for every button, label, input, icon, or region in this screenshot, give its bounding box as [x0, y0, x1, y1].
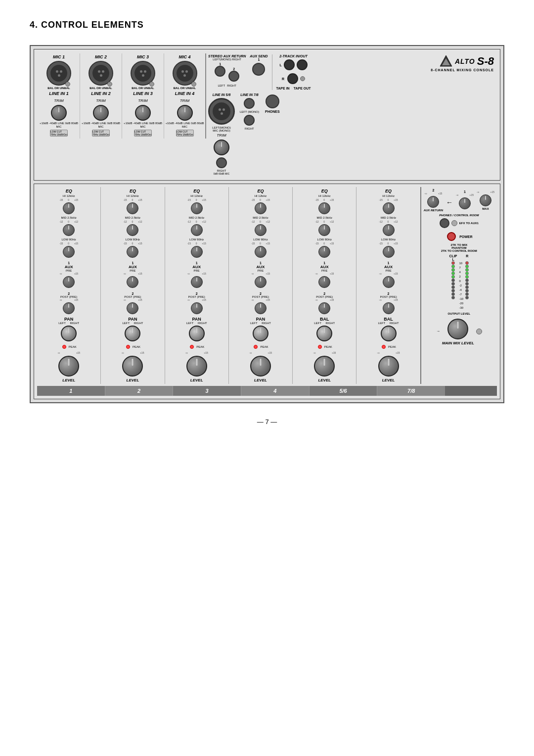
- vu-r-2: [465, 272, 469, 275]
- hi-knob-ch56-ctrl[interactable]: [318, 202, 330, 214]
- aux1-knob-ch2[interactable]: [127, 276, 138, 288]
- aux2-label-ch1: 2: [68, 292, 70, 295]
- aux1-knob-ch1[interactable]: [63, 276, 75, 288]
- hi-knob-ch2-ctrl[interactable]: [127, 202, 138, 214]
- low-knob-ch2-ctrl[interactable]: [127, 246, 138, 258]
- aux1-m-scale: -∞+15: [456, 193, 474, 196]
- pan-knob-ch4[interactable]: [253, 326, 268, 341]
- level-knob-ch3[interactable]: [186, 356, 207, 377]
- mid-knob-ch1-ctrl[interactable]: [63, 224, 75, 236]
- max-knob[interactable]: [480, 194, 491, 206]
- aux1-return-knob[interactable]: [459, 197, 471, 209]
- low-knob-ch1-ctrl[interactable]: [63, 246, 75, 258]
- trim-knob-56[interactable]: [214, 140, 229, 155]
- power-button[interactable]: [447, 232, 456, 241]
- aux1-knob-ch4[interactable]: [255, 276, 267, 288]
- level-knob-ch4[interactable]: [250, 356, 271, 377]
- channel-col-2: MIC 2: [80, 53, 122, 139]
- trim-knob-3[interactable]: [135, 105, 151, 121]
- trim-knob-4[interactable]: [177, 105, 193, 121]
- line-in-78-jack2: [244, 115, 255, 126]
- trim-knob-2[interactable]: [93, 105, 109, 121]
- aux2-knob-ch4[interactable]: [255, 302, 267, 314]
- eq-label-ch2: EQ: [130, 189, 136, 193]
- hi-knob-ch3-ctrl[interactable]: [191, 202, 203, 214]
- level-knob-ch2[interactable]: [122, 356, 143, 377]
- level-knob-ch1[interactable]: [58, 356, 79, 377]
- aux2-knob-ch2[interactable]: [127, 302, 138, 314]
- main-mix-button[interactable]: [476, 329, 482, 334]
- xlr-clip-4: [191, 82, 196, 87]
- aux2-scale-ch78: -∞+15: [379, 298, 398, 301]
- max-label: MAX: [482, 207, 489, 210]
- main-mix-knob[interactable]: [447, 319, 468, 339]
- bal-knob-ch56[interactable]: [316, 326, 332, 341]
- aux2-knob-ch1[interactable]: [63, 302, 75, 314]
- mic1-xlr: [46, 61, 71, 86]
- hi-knob-ch4-ctrl[interactable]: [255, 202, 267, 214]
- mid-knob-ch4-ctrl[interactable]: [255, 224, 267, 236]
- aux1-knob-ch56[interactable]: [318, 276, 330, 288]
- low-cut-switch-3[interactable]: LOW CUT 75Hz 18dB/Oct: [134, 130, 152, 137]
- low-knob-ch56-ctrl[interactable]: [318, 246, 330, 258]
- aux2-label-ch4: 2: [260, 292, 262, 295]
- pan-knob-ch1[interactable]: [61, 326, 77, 341]
- ch-num-3: 3: [173, 386, 241, 396]
- low-knob-ch78-ctrl[interactable]: [383, 246, 395, 258]
- low-knob-ch2: -150+15: [123, 242, 142, 259]
- mixer-diagram: MIC 1: [30, 45, 504, 403]
- level-lbl-ch78: LEVEL: [382, 378, 395, 382]
- vu-4-lbl: 4: [459, 270, 461, 275]
- low-knob-ch3-ctrl[interactable]: [191, 246, 203, 258]
- trim-label-3: TRIM: [138, 98, 148, 103]
- hi-knob-ch2: -150+15: [123, 198, 142, 215]
- bal-knob-ch78[interactable]: [381, 326, 397, 341]
- pan-knob-ch2[interactable]: [125, 326, 140, 341]
- level-knob-ch78[interactable]: [378, 356, 399, 377]
- right-lbl-ch3: RIGHT: [198, 322, 207, 325]
- level-lbl-ch3: LEVEL: [190, 378, 203, 382]
- mid-knob-ch2-ctrl[interactable]: [127, 224, 138, 236]
- low-cut-switch-4[interactable]: LOW CUT 75Hz 18dB/Oct: [176, 130, 194, 137]
- hi-knob-ch1-ctrl[interactable]: [63, 202, 75, 214]
- vu-l-7: [451, 265, 455, 268]
- aux1-block-ch4: 1 AUX PRE -∞+15: [251, 261, 270, 289]
- aux2-knob-ch56[interactable]: [318, 302, 330, 314]
- aux2-knob-ch3[interactable]: [191, 302, 203, 314]
- vu-10-lbl: 10: [459, 261, 463, 266]
- trim-knob-1[interactable]: [51, 105, 67, 121]
- aux1-block-ch56: 1 AUX PRE -∞+15: [315, 261, 334, 289]
- low-cut-switch-2[interactable]: LOW CUT 75Hz 18dB/Oct: [92, 130, 110, 137]
- pan-knob-ch3[interactable]: [189, 326, 205, 341]
- mid-label-ch56: MID 2.5kHz: [317, 216, 332, 219]
- mid-knob-ch3-ctrl[interactable]: [191, 224, 203, 236]
- aux2-return-knob[interactable]: [427, 196, 439, 208]
- peak-led-ch56: [318, 345, 322, 349]
- mid-knob-ch56-ctrl[interactable]: [318, 224, 330, 236]
- low-cut-switch-1[interactable]: LOW CUT 75Hz 18dB/Oct: [50, 130, 68, 137]
- aux2-return-master: 2 -∞+15 AUX RETURN: [424, 189, 443, 212]
- line-56-pins-top: [219, 108, 225, 111]
- aux1-knob-ch78[interactable]: [383, 276, 395, 288]
- left-lbl-ch56: LEFT: [314, 322, 321, 325]
- vu-l-2: [451, 272, 455, 275]
- low-knob-ch4-ctrl[interactable]: [255, 246, 267, 258]
- line-in-78-jack1: [244, 98, 255, 109]
- line-in-4-label: LINE IN 4: [175, 91, 195, 96]
- low-scale-ch78: -150+15: [379, 242, 398, 245]
- vu-l-m7: [451, 285, 455, 289]
- peak-led-ch2: [126, 345, 130, 349]
- hi-knob-ch78-ctrl[interactable]: [383, 202, 395, 214]
- mid-knob-ch78-ctrl[interactable]: [383, 224, 395, 236]
- aux1-knob-ch3[interactable]: [191, 276, 203, 288]
- low-scale-ch3: -150+15: [187, 242, 206, 245]
- aux2-scale-ch56: -∞+15: [315, 298, 334, 301]
- level-knob-ch56[interactable]: [314, 356, 335, 377]
- efx-button[interactable]: [451, 220, 457, 226]
- mid-knob-ch78: -120+12: [379, 220, 398, 237]
- lr-labels-ch2: LEFT RIGHT: [122, 322, 143, 325]
- aux-send-block: AUX SEND 1: [250, 54, 267, 77]
- aux2-knob-ch78[interactable]: [383, 302, 395, 314]
- brand-model-text: S-8: [477, 55, 494, 68]
- mic4-xlr: [173, 61, 197, 86]
